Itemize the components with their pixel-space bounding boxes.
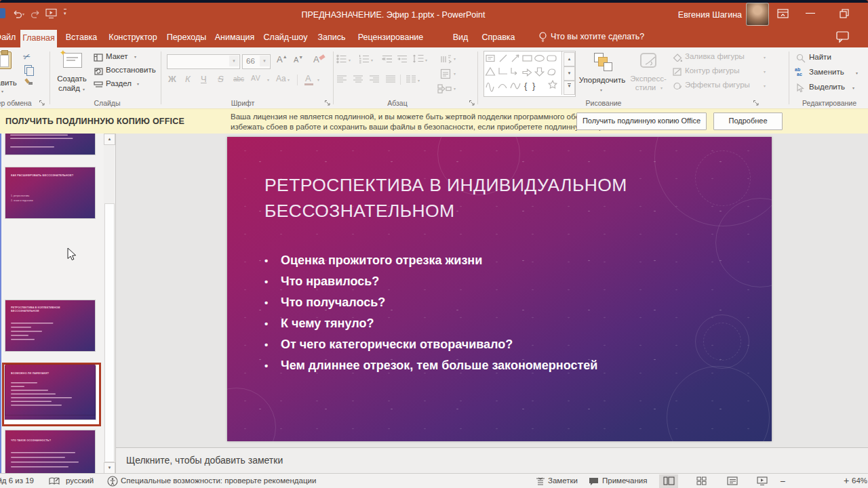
tab-transitions[interactable]: Переходы xyxy=(165,27,208,47)
convert-smartart-icon[interactable] xyxy=(437,83,452,94)
text-direction-icon[interactable] xyxy=(440,54,452,64)
arrange-button[interactable]: Упорядочить ▾ xyxy=(578,50,627,104)
increase-indent-icon[interactable] xyxy=(397,54,408,64)
accessibility-status[interactable]: Специальные возможности: проверьте реком… xyxy=(121,476,316,485)
tell-me-box[interactable]: Что вы хотите сделать? xyxy=(551,32,644,41)
slide-title[interactable]: РЕТРОСПЕКТИВА В ИНДИВИДУАЛЬНОМ БЕССОЗНАТ… xyxy=(264,172,712,224)
underline-button[interactable]: Ч xyxy=(201,74,207,84)
save-icon[interactable] xyxy=(0,8,5,18)
tab-view[interactable]: Вид xyxy=(448,27,473,47)
align-left-icon[interactable] xyxy=(336,75,347,84)
thumbnail-scrollbar[interactable]: ▲ ▼ xyxy=(104,134,115,473)
gallery-down-icon[interactable]: ▼ xyxy=(564,66,575,81)
notes-placeholder[interactable]: Щелкните, чтобы добавить заметки xyxy=(126,455,283,466)
tab-record[interactable]: Запись xyxy=(315,27,349,47)
copy-icon[interactable] xyxy=(24,65,32,74)
view-slide-sorter-button[interactable] xyxy=(692,474,711,488)
redo-icon[interactable] xyxy=(31,9,41,18)
shrink-font-button[interactable]: А▼ xyxy=(294,55,303,64)
get-genuine-office-button[interactable]: Получить подлинную копию Office xyxy=(576,113,707,130)
feedback-icon[interactable] xyxy=(836,31,850,43)
chevron-down-icon[interactable]: ▼ xyxy=(229,56,239,66)
drawing-dialog-launcher[interactable] xyxy=(753,100,760,106)
italic-button[interactable]: К xyxy=(185,74,191,84)
slide-thumbnail-5[interactable] xyxy=(5,134,95,155)
tab-insert[interactable]: Вставка xyxy=(62,27,100,47)
align-right-icon[interactable] xyxy=(369,75,380,84)
view-normal-button[interactable] xyxy=(659,474,678,488)
decrease-indent-icon[interactable] xyxy=(382,54,393,64)
comments-toggle[interactable]: Примечания xyxy=(602,476,647,485)
shapes-gallery[interactable]: { } ▲ ▼ ▼ xyxy=(484,51,576,97)
notes-toggle[interactable]: Заметки xyxy=(548,476,578,485)
tab-design[interactable]: Конструктор xyxy=(106,27,160,47)
tab-help[interactable]: Справка xyxy=(479,27,518,47)
undo-icon[interactable] xyxy=(12,9,22,18)
zoom-level[interactable]: 64% xyxy=(852,476,867,485)
tab-slideshow[interactable]: Слайд-шоу xyxy=(262,27,309,47)
cut-icon[interactable]: ✂ xyxy=(22,51,32,63)
quick-styles-button[interactable]: Экспресс- стили ▾ xyxy=(628,50,669,104)
change-case-button[interactable]: Aa xyxy=(276,74,286,83)
accessibility-icon[interactable] xyxy=(107,476,118,487)
slide-thumbnail-9[interactable]: ЧТО ТАКОЕ ОСОЗНАННОСТЬ? xyxy=(5,430,95,473)
font-color-button[interactable]: А xyxy=(305,73,311,83)
strikethrough-abc-button[interactable]: abc xyxy=(233,75,244,83)
grow-font-button[interactable]: А▲ xyxy=(277,54,288,64)
view-reading-button[interactable] xyxy=(723,474,742,488)
notes-pane[interactable]: Щелкните, чтобы добавить заметки xyxy=(116,447,868,474)
tab-home[interactable]: Главная xyxy=(20,30,57,47)
dropdown-caret-icon: ▾ xyxy=(454,72,456,76)
zoom-out-icon[interactable]: − xyxy=(780,476,785,487)
restore-button[interactable] xyxy=(840,9,849,18)
strikethrough-button[interactable]: S xyxy=(218,74,224,84)
account-name[interactable]: Евгения Шагина xyxy=(625,10,742,20)
font-name-combo[interactable]: ▼ xyxy=(167,54,240,69)
minimize-button[interactable] xyxy=(806,13,815,14)
scroll-down-icon[interactable]: ▼ xyxy=(104,462,115,474)
justify-icon[interactable] xyxy=(385,75,396,84)
new-slide-button[interactable]: ✦ Создать слайд ▾ xyxy=(54,50,90,104)
undo-caret-icon[interactable]: ▾ xyxy=(22,12,24,16)
scrollbar-thumb[interactable] xyxy=(104,203,115,462)
qat-customize-caret-icon[interactable]: ▾ xyxy=(64,9,66,16)
learn-more-button[interactable]: Подробнее xyxy=(713,113,783,130)
dropdown-caret-icon: ▾ xyxy=(600,88,602,92)
slide-body-text[interactable]: •Оценка прожитого отрезка жизни •Что нра… xyxy=(264,250,726,376)
numbering-icon[interactable] xyxy=(359,54,370,64)
view-slideshow-button[interactable] xyxy=(753,474,772,488)
clear-formatting-button[interactable]: А xyxy=(313,54,319,64)
paste-button[interactable]: Вставить ▾ xyxy=(0,50,22,106)
ribbon-display-options-icon[interactable] xyxy=(777,9,789,18)
zoom-in-icon[interactable]: + xyxy=(844,475,849,486)
columns-icon[interactable] xyxy=(406,75,416,84)
start-slideshow-icon[interactable] xyxy=(45,8,57,19)
align-center-icon[interactable] xyxy=(353,75,363,84)
gallery-up-icon[interactable]: ▲ xyxy=(564,52,575,66)
scroll-up-icon[interactable]: ▲ xyxy=(104,134,115,145)
bullets-icon[interactable] xyxy=(336,54,347,64)
font-dialog-launcher[interactable] xyxy=(324,100,331,106)
line-spacing-icon[interactable] xyxy=(412,54,424,64)
dropdown-caret-icon: ▾ xyxy=(856,71,858,75)
slide-canvas[interactable]: РЕТРОСПЕКТИВА В ИНДИВИДУАЛЬНОМ БЕССОЗНАТ… xyxy=(227,137,772,441)
tab-review[interactable]: Рецензирование xyxy=(354,27,427,47)
avatar[interactable] xyxy=(746,3,769,26)
slide-thumbnail-7[interactable]: РЕТРОСПЕКТИВА В КОЛЛЕКТИВНОМ БЕССОЗНАТЕЛ… xyxy=(5,300,95,351)
slide-thumbnail-5b[interactable]: КАК РАСШИФРОВАТЬ БЕССОЗНАТЕЛЬНОЕ? 1. рет… xyxy=(5,167,95,218)
gallery-more-icon[interactable]: ▼ xyxy=(564,81,575,95)
clipboard-dialog-launcher[interactable] xyxy=(39,100,45,106)
slide-thumbnail-8[interactable]: ВОЗМОЖНО ЛИ ЛАЙФХАКИ? xyxy=(5,365,95,415)
slide-counter[interactable]: Слайд 6 из 19 xyxy=(0,476,34,485)
align-text-icon[interactable] xyxy=(440,68,452,79)
format-painter-icon[interactable] xyxy=(24,79,34,87)
language-indicator[interactable]: русский xyxy=(66,476,94,485)
tab-animations[interactable]: Анимация xyxy=(213,27,256,47)
bold-button[interactable]: Ж xyxy=(168,74,176,84)
paragraph-dialog-launcher[interactable] xyxy=(469,100,475,106)
font-size-combo[interactable]: 66 ▼ xyxy=(242,54,271,69)
chevron-down-icon[interactable]: ▼ xyxy=(260,56,269,66)
tab-file[interactable]: Файл xyxy=(0,27,20,47)
spellcheck-icon[interactable] xyxy=(49,476,60,486)
character-spacing-button[interactable]: AV xyxy=(251,74,260,82)
